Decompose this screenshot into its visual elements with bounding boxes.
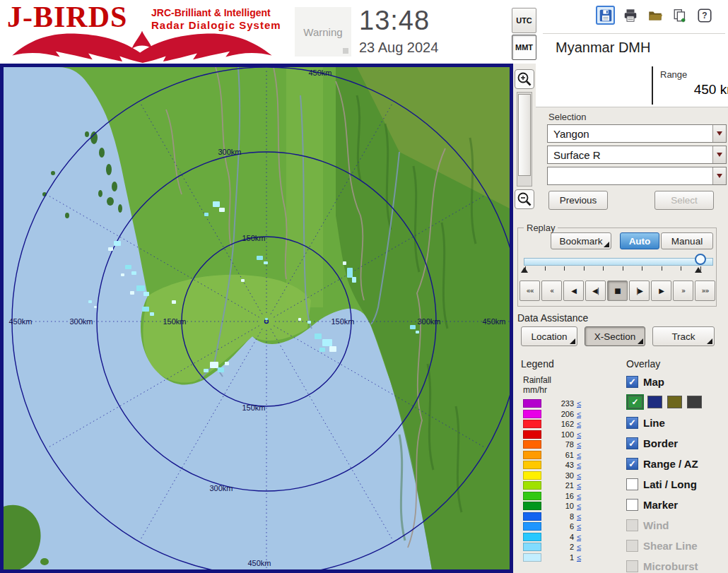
rain-echo [265,318,268,320]
legend-lte-link[interactable]: ≤ [577,533,581,541]
checkbox-marker[interactable] [626,499,638,511]
legend-lte-link[interactable]: ≤ [577,522,581,531]
chevron-down-icon [717,131,722,136]
playback-button[interactable]: »» [695,280,715,301]
legend-lte-link[interactable]: ≤ [577,399,581,408]
map-style-swatch[interactable]: ✓ [628,396,642,408]
legend-color-swatch [523,502,541,510]
magnifier-minus-icon [516,191,533,208]
mmt-button[interactable]: MMT [512,35,536,60]
station-title: Myanmar DMH [556,40,650,56]
station-dropdown[interactable]: Yangon [547,124,727,143]
header: J-BIRDS JRC-Brilliant & Intelligent Rada… [0,0,728,64]
legend-rows: 233≤206≤162≤100≤78≤61≤43≤30≤21≤16≤10≤8≤6… [523,398,608,562]
legend-lte-link[interactable]: ≤ [577,430,581,439]
replay-slider-track[interactable] [524,258,713,266]
legend-lte-link[interactable]: ≤ [577,481,581,490]
legend-lte-link[interactable]: ≤ [577,420,581,428]
svg-text:?: ? [702,11,707,20]
legend-value: 16 [553,492,574,500]
chevron-down-icon [717,153,722,157]
station-dropdown-arrow[interactable] [712,125,726,142]
overlay-item-label: Shear Line [643,540,698,552]
help-icon: ? [697,8,712,23]
range-ring-label: 450km [247,559,271,567]
legend-lte-link[interactable]: ≤ [577,492,581,500]
copy-add-button[interactable] [670,6,689,25]
legend-lte-link[interactable]: ≤ [577,553,581,562]
legend-color-swatch [523,522,541,531]
map-style-swatch[interactable] [687,396,702,408]
rain-echo [213,201,220,207]
select-button[interactable]: Select [654,191,714,210]
legend-row: 10≤ [523,501,608,512]
bookmark-button[interactable]: Bookmark [551,232,611,249]
product-dropdown[interactable]: Surface R [547,146,727,164]
legend-value: 8 [553,512,574,521]
print-button[interactable] [621,6,640,25]
overlay-row-border: ✓Border [626,436,725,450]
previous-button[interactable]: Previous [548,191,608,210]
option-dropdown-arrow[interactable] [712,167,726,184]
legend-row: 206≤ [523,409,608,420]
checkbox-shear-line [626,540,638,552]
playback-button[interactable]: ▶ [651,280,671,301]
track-button[interactable]: Track [652,326,715,346]
map-style-swatch[interactable] [647,396,662,408]
replay-slider-thumb[interactable] [695,254,706,265]
checkbox-line[interactable]: ✓ [626,417,638,429]
warning-button[interactable]: Warning [295,7,351,57]
checkbox-range-az[interactable]: ✓ [626,458,638,470]
map-scrollbar-thumb[interactable] [518,94,531,176]
rain-echo [241,279,245,282]
jbirds-app: J-BIRDS JRC-Brilliant & Intelligent Rada… [0,0,728,573]
playback-button[interactable]: «« [519,280,540,301]
legend-lte-link[interactable]: ≤ [577,512,581,521]
rain-echo [130,291,134,295]
utc-button[interactable]: UTC [512,8,536,33]
overlay-row-wind: Wind [626,518,725,532]
playback-button[interactable]: |▶ [629,280,650,301]
rain-echo [307,321,311,324]
checkbox-map[interactable]: ✓ [626,376,638,388]
range-label: Range [660,69,687,80]
legend-value: 30 [553,471,574,480]
radar-map-canvas[interactable]: 450km300km150km450km300km150km150km300km… [4,67,510,569]
checkbox-border[interactable]: ✓ [626,437,638,449]
playback-button[interactable]: « [541,280,562,301]
help-button[interactable]: ? [695,6,714,25]
slider-tick [681,266,681,271]
auto-button[interactable]: Auto [620,232,659,249]
zoom-out-button[interactable] [515,189,534,209]
rain-echo [343,261,346,265]
legend-lte-link[interactable]: ≤ [577,440,581,449]
playback-button[interactable]: » [673,280,693,301]
playback-button[interactable]: ◀ [563,280,584,301]
location-button[interactable]: Location [521,326,577,346]
checkbox-lati-long[interactable] [626,478,638,490]
legend-lte-link[interactable]: ≤ [577,502,581,510]
save-button[interactable] [596,6,615,25]
legend-lte-link[interactable]: ≤ [577,543,581,551]
option-dropdown[interactable] [547,167,727,185]
overlay-row-lati-long: Lati / Long [626,477,725,491]
xsection-button[interactable]: X-Section [585,326,645,346]
product-dropdown-arrow[interactable] [712,146,726,163]
playback-button[interactable]: ■ [607,280,628,301]
legend-value: 162 [553,420,574,428]
eagle-logo-icon [4,28,280,64]
open-folder-button[interactable] [645,6,664,25]
warning-label: Warning [303,26,342,38]
zoom-in-button[interactable] [515,69,534,89]
legend-lte-link[interactable]: ≤ [577,461,581,469]
checkbox-microburst [626,560,638,572]
manual-button[interactable]: Manual [661,232,713,249]
legend-lte-link[interactable]: ≤ [577,471,581,480]
playback-button[interactable]: ◀| [585,280,606,301]
map-scrollbar[interactable] [517,92,532,187]
map-style-swatch[interactable] [667,396,682,408]
legend-lte-link[interactable]: ≤ [577,410,581,418]
legend-lte-link[interactable]: ≤ [577,451,581,459]
magnifier-plus-icon [516,71,533,88]
legend-color-swatch [523,440,541,449]
